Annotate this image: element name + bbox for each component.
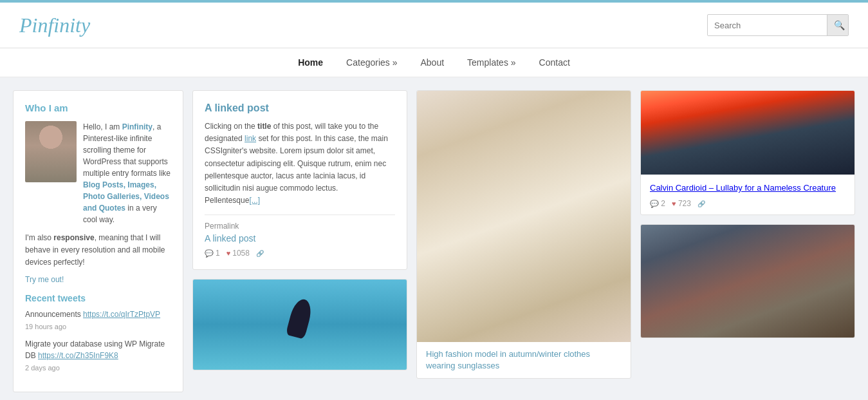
search-input[interactable] <box>708 15 827 35</box>
fashion-card[interactable]: High fashion model in autumn/winter clot… <box>416 90 631 379</box>
tweet1-text: Announcements <box>25 310 81 319</box>
nav-item-about[interactable]: About <box>409 48 456 77</box>
couple-card[interactable] <box>640 224 855 338</box>
music-title: Calvin Cardioid – Lullaby for a Nameless… <box>650 182 845 194</box>
who-description: Hello, I am Pinfinity, a Pinterest-like … <box>83 121 171 225</box>
music-link-icon <box>697 199 705 208</box>
music-meta: 2 723 <box>650 199 845 208</box>
music-heart-icon <box>672 199 676 208</box>
linked-post-meta: 1 1058 <box>205 249 395 258</box>
link-icon <box>256 250 264 257</box>
music-title-link[interactable]: Calvin Cardioid – Lullaby for a Nameless… <box>650 183 836 193</box>
link-icon-post <box>256 250 264 257</box>
nav-item-templates[interactable]: Templates » <box>456 48 527 77</box>
couple-image <box>641 225 854 338</box>
who-content: Hello, I am Pinfinity, a Pinterest-like … <box>25 121 171 225</box>
swim-image <box>193 280 407 370</box>
tweet2-link[interactable]: https://t.co/Zh35InF9K8 <box>38 351 118 360</box>
like-count: 1058 <box>226 249 250 258</box>
music-comment-number: 2 <box>661 199 665 208</box>
main-content: Who I am Hello, I am Pinfinity, a Pinter… <box>0 77 868 400</box>
sidebar: Who I am Hello, I am Pinfinity, a Pinter… <box>13 90 183 392</box>
header: Pinfinity 🔍 <box>0 0 868 48</box>
linked-post-title-link[interactable]: A linked post <box>205 102 269 113</box>
responsive-word: responsive <box>53 233 94 242</box>
tweet-1: Announcements https://t.co/qIrTzPtpVP 19… <box>25 309 171 332</box>
fashion-title[interactable]: High fashion model in autumn/winter clot… <box>426 348 622 372</box>
comment-icon <box>205 249 214 258</box>
nav-link-home[interactable]: Home <box>286 48 335 77</box>
main-navigation: Home Categories » About Templates » Cont… <box>0 48 868 77</box>
heart-icon <box>226 249 231 257</box>
swim-card <box>192 279 407 370</box>
column-3: Calvin Cardioid – Lullaby for a Nameless… <box>640 90 855 338</box>
who-text-1: Hello, I am <box>83 122 122 131</box>
link-text[interactable]: link <box>245 134 256 143</box>
linked-post-card: A linked post Clicking on the title of t… <box>192 90 407 270</box>
music-comment-count: 2 <box>650 199 665 208</box>
responsive-intro: I'm also <box>25 233 53 242</box>
comment-number: 1 <box>216 249 220 258</box>
responsive-text: I'm also responsive, meaning that I will… <box>25 232 171 269</box>
music-link <box>697 199 705 208</box>
permalink-title[interactable]: A linked post <box>205 233 395 243</box>
music-like-count: 723 <box>672 199 691 208</box>
music-like-number: 723 <box>678 199 691 208</box>
nav-link-contact[interactable]: Contact <box>528 48 582 77</box>
nav-item-home[interactable]: Home <box>286 48 335 77</box>
comment-count: 1 <box>205 249 220 258</box>
tweet1-link[interactable]: https://t.co/qIrTzPtpVP <box>83 310 160 319</box>
fashion-image <box>417 91 631 342</box>
column-1: A linked post Clicking on the title of t… <box>192 90 407 370</box>
permalink-label: Permalink <box>205 222 395 231</box>
linked-post-body: Clicking on the title of this post, will… <box>205 120 395 207</box>
fashion-card-body: High fashion model in autumn/winter clot… <box>417 342 631 378</box>
brand-name: Pinfinity <box>122 122 152 131</box>
recent-tweets-title: Recent tweets <box>25 293 171 303</box>
try-me-link[interactable]: Try me out! <box>25 275 64 284</box>
like-number: 1058 <box>232 249 250 258</box>
post-divider <box>205 214 395 215</box>
site-logo[interactable]: Pinfinity <box>19 14 90 37</box>
music-comment-icon <box>650 199 659 208</box>
column-2: High fashion model in autumn/winter clot… <box>416 90 631 379</box>
nav-item-categories[interactable]: Categories » <box>335 48 409 77</box>
linked-post-title: A linked post <box>205 102 395 114</box>
search-button[interactable]: 🔍 <box>827 15 849 35</box>
content-grid: A linked post Clicking on the title of t… <box>192 90 855 392</box>
music-card: Calvin Cardioid – Lullaby for a Nameless… <box>640 90 855 215</box>
read-more-link[interactable]: [...] <box>249 196 260 205</box>
nav-link-categories[interactable]: Categories » <box>335 48 409 77</box>
nav-link-about[interactable]: About <box>409 48 456 77</box>
tweet2-time: 2 days ago <box>25 363 171 374</box>
who-i-am-card: Who I am Hello, I am Pinfinity, a Pinter… <box>13 90 183 392</box>
search-box: 🔍 <box>707 14 849 36</box>
tweet-2: Migrate your database using WP Migrate D… <box>25 338 171 374</box>
music-card-body: Calvin Cardioid – Lullaby for a Nameless… <box>641 175 854 214</box>
castle-image <box>641 91 854 175</box>
profile-image <box>25 121 77 182</box>
tweet1-time: 19 hours ago <box>25 321 171 332</box>
nav-item-contact[interactable]: Contact <box>528 48 582 77</box>
who-i-am-title: Who I am <box>25 102 171 113</box>
nav-link-templates[interactable]: Templates » <box>456 48 527 77</box>
